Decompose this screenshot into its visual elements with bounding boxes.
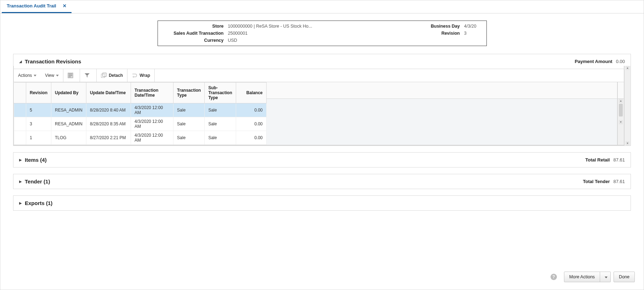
chevron-down-icon[interactable]: [600, 274, 610, 279]
cell-update-dt: 8/27/2020 2:21 PM: [86, 131, 131, 145]
close-icon[interactable]: ✕: [63, 3, 67, 8]
cell-tran-type: Sale: [173, 117, 205, 131]
total-retail-label: Total Retail: [585, 157, 610, 163]
revisions-table: Revision Updated By Update Date/Time Tra…: [14, 82, 267, 145]
col-sub-transaction-type[interactable]: Sub-Transaction Type: [205, 83, 236, 103]
col-balance[interactable]: Balance: [236, 83, 266, 103]
panel-toggle-tender[interactable]: ▶ Tender (1): [19, 178, 50, 184]
panel-toggle-transaction-revisions[interactable]: ◢ Transaction Revisions: [19, 58, 81, 64]
scroll-up-icon[interactable]: ▲: [619, 99, 623, 103]
svg-rect-2: [69, 75, 72, 76]
actions-menu[interactable]: Actions: [14, 69, 41, 82]
chevron-down-icon: [34, 75, 36, 76]
store-label: Store: [168, 24, 228, 29]
revision-value: 3: [464, 31, 467, 36]
cell-sub-type: Sale: [205, 131, 236, 145]
tab-bar: Transaction Audit Trail ✕: [0, 0, 644, 13]
view-label: View: [45, 73, 54, 78]
table-row[interactable]: 5 RESA_ADMIN 8/28/2020 8:40 AM 4/3/2020 …: [14, 103, 267, 117]
business-day-label: Business Day: [386, 24, 464, 29]
view-menu[interactable]: View: [41, 69, 63, 82]
more-actions-button[interactable]: More Actions: [564, 272, 611, 282]
col-updated-by[interactable]: Updated By: [51, 83, 86, 103]
scroll-down-icon[interactable]: ▼: [626, 141, 629, 146]
panel-title: Exports (1): [25, 200, 52, 206]
chevron-down-icon: [56, 75, 59, 76]
cell-revision: 1: [26, 131, 51, 145]
col-transaction-dt[interactable]: Transaction Date/Time: [131, 83, 173, 103]
table-scrollbar[interactable]: ▲ ▼: [617, 82, 624, 145]
panel-toggle-items[interactable]: ▶ Items (4): [19, 157, 47, 163]
filter-button[interactable]: [80, 69, 97, 82]
cell-update-dt: 8/28/2020 8:35 AM: [86, 117, 131, 131]
wrap-button[interactable]: Wrap: [127, 69, 155, 82]
wrap-icon: [132, 73, 137, 78]
business-day-value: 4/3/20: [464, 24, 477, 29]
cell-balance: 0.00: [236, 131, 266, 145]
cell-tran-type: Sale: [173, 103, 205, 117]
funnel-icon: [84, 73, 90, 78]
done-button[interactable]: Done: [614, 272, 635, 282]
actions-label: Actions: [18, 73, 32, 78]
revision-label: Revision: [386, 31, 464, 36]
total-tender-value: 87.61: [613, 179, 625, 184]
svg-rect-3: [69, 76, 71, 77]
chevron-right-icon: ▶: [19, 158, 22, 162]
cell-balance: 0.00: [236, 103, 266, 117]
summary-box: Store 1000000000 | ReSA Store - US Stock…: [158, 21, 487, 46]
total-retail-value: 87.61: [613, 157, 625, 163]
detach-button[interactable]: Detach: [97, 69, 127, 82]
panel-scrollbar[interactable]: ▲ ▼: [624, 66, 631, 146]
cell-tran-type: Sale: [173, 131, 205, 145]
cell-updated-by: RESA_ADMIN: [51, 117, 86, 131]
panel-items: ▶ Items (4) Total Retail 87.61: [13, 152, 631, 167]
detach-label: Detach: [109, 73, 123, 78]
more-actions-label: More Actions: [564, 272, 600, 282]
table-row[interactable]: 1 TLOG 8/27/2020 2:21 PM 4/3/2020 12:00 …: [14, 131, 267, 145]
svg-rect-1: [69, 74, 72, 74]
done-label: Done: [619, 274, 629, 279]
scroll-thumb[interactable]: [619, 104, 623, 116]
table-row[interactable]: 3 RESA_ADMIN 8/28/2020 8:35 AM 4/3/2020 …: [14, 117, 267, 131]
chevron-right-icon: ▶: [19, 201, 22, 205]
sales-audit-transaction-value: 25000001: [228, 31, 248, 36]
cell-tran-dt: 4/3/2020 12:00 AM: [131, 117, 173, 131]
chevron-right-icon: ▶: [19, 180, 22, 183]
cell-updated-by: TLOG: [51, 131, 86, 145]
svg-rect-5: [101, 74, 105, 78]
form-icon: [68, 73, 73, 78]
col-update-dt[interactable]: Update Date/Time: [86, 83, 131, 103]
panel-title: Transaction Revisions: [25, 58, 81, 64]
help-icon[interactable]: ?: [551, 274, 557, 280]
col-revision[interactable]: Revision: [26, 83, 51, 103]
table-empty-space: [267, 82, 617, 145]
panel-toggle-exports[interactable]: ▶ Exports (1): [19, 200, 52, 206]
summary-container: Store 1000000000 | ReSA Store - US Stock…: [0, 13, 644, 50]
cell-sub-type: Sale: [205, 117, 236, 131]
cell-revision: 5: [26, 103, 51, 117]
panel-title: Items (4): [25, 157, 47, 163]
cell-sub-type: Sale: [205, 103, 236, 117]
payment-amount-value: 0.00: [616, 59, 625, 64]
wrap-label: Wrap: [139, 73, 150, 78]
chevron-down-icon: ◢: [19, 59, 22, 63]
panel-tender: ▶ Tender (1) Total Tender 87.61: [13, 174, 631, 189]
col-transaction-type[interactable]: Transaction Type: [173, 83, 205, 103]
currency-label: Currency: [168, 38, 228, 43]
cell-update-dt: 8/28/2020 8:40 AM: [86, 103, 131, 117]
scroll-up-icon[interactable]: ▲: [626, 66, 629, 70]
edit-button[interactable]: [63, 69, 80, 82]
total-tender-label: Total Tender: [583, 179, 610, 184]
svg-marker-7: [132, 76, 134, 78]
tab-transaction-audit-trail[interactable]: Transaction Audit Trail ✕: [2, 0, 72, 13]
panel-transaction-revisions: ◢ Transaction Revisions Payment Amount 0…: [13, 54, 631, 146]
payment-amount-label: Payment Amount: [575, 59, 612, 64]
cell-balance: 0.00: [236, 117, 266, 131]
cell-tran-dt: 4/3/2020 12:00 AM: [131, 103, 173, 117]
footer: ? More Actions Done: [551, 272, 635, 282]
cell-updated-by: RESA_ADMIN: [51, 103, 86, 117]
currency-value: USD: [228, 38, 237, 43]
svg-marker-4: [85, 73, 90, 78]
scroll-down-icon[interactable]: ▼: [619, 120, 623, 124]
tab-label: Transaction Audit Trail: [7, 3, 56, 8]
